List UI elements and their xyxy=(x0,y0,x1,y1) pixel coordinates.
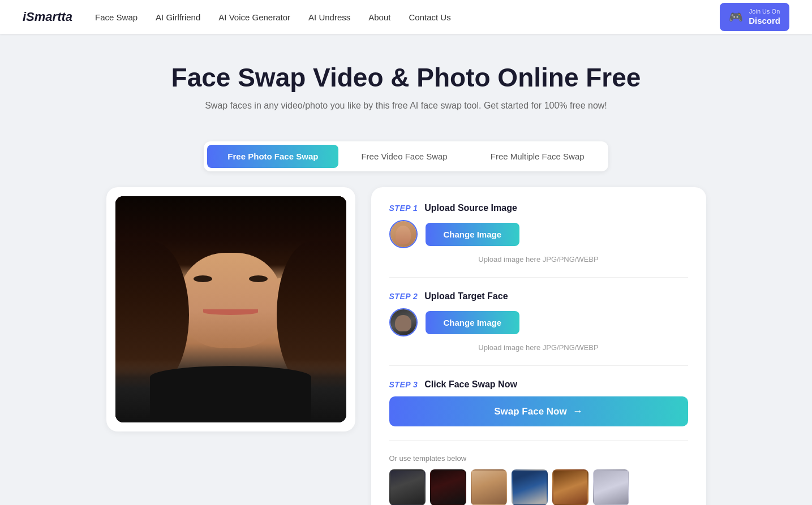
step1-header: STEP 1 Upload Source Image xyxy=(389,203,688,213)
nav-ai-girlfriend[interactable]: AI Girlfriend xyxy=(156,12,200,22)
step3-title: Click Face Swap Now xyxy=(424,379,517,390)
discord-text: Join Us On Discord xyxy=(749,7,780,27)
nav-ai-voice[interactable]: AI Voice Generator xyxy=(218,12,290,22)
step3-row: STEP 3 Click Face Swap Now Swap Face Now… xyxy=(389,379,688,441)
step1-content: Change Image Upload image here JPG/PNG/W… xyxy=(389,220,688,264)
hero-subtitle: Swap faces in any video/photo you like b… xyxy=(11,101,801,111)
brand-logo[interactable]: iSmartta xyxy=(23,10,72,24)
shirt xyxy=(150,366,312,422)
discord-icon: 🎮 xyxy=(729,10,743,24)
step2-avatar xyxy=(389,308,418,336)
tab-group: Free Photo Face Swap Free Video Face Swa… xyxy=(204,141,608,171)
step2-upload-row: Change Image xyxy=(389,308,688,336)
swap-btn-label: Swap Face Now xyxy=(494,406,566,417)
face-area xyxy=(180,253,282,348)
step3-label: STEP 3 xyxy=(389,380,418,389)
discord-prefix: Join Us On xyxy=(749,7,780,15)
right-eye xyxy=(249,275,268,282)
nav-face-swap[interactable]: Face Swap xyxy=(95,12,138,22)
step2-label: STEP 2 xyxy=(389,292,418,301)
step1-upload-row: Change Image xyxy=(389,220,688,248)
template-6[interactable] xyxy=(593,469,629,505)
nav-about[interactable]: About xyxy=(368,12,390,22)
step3-header: STEP 3 Click Face Swap Now xyxy=(389,379,688,390)
step2-content: Change Image Upload image here JPG/PNG/W… xyxy=(389,308,688,352)
step2-row: STEP 2 Upload Target Face Change Image U… xyxy=(389,291,688,366)
swap-face-now-button[interactable]: Swap Face Now → xyxy=(389,396,688,426)
template-1[interactable] xyxy=(389,469,426,505)
mouth xyxy=(203,309,259,315)
tab-multiple[interactable]: Free Multiple Face Swap xyxy=(470,145,605,168)
template-5[interactable] xyxy=(552,469,588,505)
swap-arrow-icon: → xyxy=(573,405,583,417)
nav-links: Face Swap AI Girlfriend AI Voice Generat… xyxy=(95,12,720,22)
hero-title: Face Swap Video & Photo Online Free xyxy=(11,62,801,93)
preview-placeholder xyxy=(115,196,346,422)
step1-upload-hint: Upload image here JPG/PNG/WEBP xyxy=(389,255,688,264)
step2-upload-hint: Upload image here JPG/PNG/WEBP xyxy=(389,343,688,352)
step1-avatar-face xyxy=(390,221,416,247)
template-thumbnails xyxy=(389,469,688,505)
discord-button[interactable]: 🎮 Join Us On Discord xyxy=(720,3,789,31)
templates-label: Or use templates below xyxy=(389,454,688,463)
image-preview-panel xyxy=(106,187,355,431)
main-content: STEP 1 Upload Source Image Change Image … xyxy=(95,187,718,505)
step2-title: Upload Target Face xyxy=(424,291,508,301)
discord-label: Discord xyxy=(749,15,780,27)
step1-title: Upload Source Image xyxy=(424,203,517,213)
hero-section: Face Swap Video & Photo Online Free Swap… xyxy=(0,34,812,128)
tab-video[interactable]: Free Video Face Swap xyxy=(341,145,467,168)
portrait-bg xyxy=(115,196,346,422)
step1-avatar xyxy=(389,220,418,248)
step1-change-image-button[interactable]: Change Image xyxy=(426,223,520,246)
nav-ai-undress[interactable]: AI Undress xyxy=(308,12,350,22)
step2-change-image-button[interactable]: Change Image xyxy=(426,311,520,334)
steps-panel: STEP 1 Upload Source Image Change Image … xyxy=(371,187,706,505)
step1-row: STEP 1 Upload Source Image Change Image … xyxy=(389,203,688,278)
tab-photo[interactable]: Free Photo Face Swap xyxy=(207,145,338,168)
preview-image-container xyxy=(115,196,346,422)
nav-contact[interactable]: Contact Us xyxy=(409,12,450,22)
step2-avatar-face xyxy=(390,309,416,335)
navbar: iSmartta Face Swap AI Girlfriend AI Voic… xyxy=(0,0,812,34)
tabs-wrapper: Free Photo Face Swap Free Video Face Swa… xyxy=(0,141,812,171)
left-eye xyxy=(194,275,212,282)
template-4[interactable] xyxy=(512,469,548,505)
hair-left xyxy=(115,241,190,389)
template-3[interactable] xyxy=(471,469,507,505)
step1-label: STEP 1 xyxy=(389,204,418,213)
templates-section: Or use templates below xyxy=(389,454,688,505)
hair-right xyxy=(277,241,346,389)
step2-header: STEP 2 Upload Target Face xyxy=(389,291,688,301)
template-2[interactable] xyxy=(430,469,466,505)
